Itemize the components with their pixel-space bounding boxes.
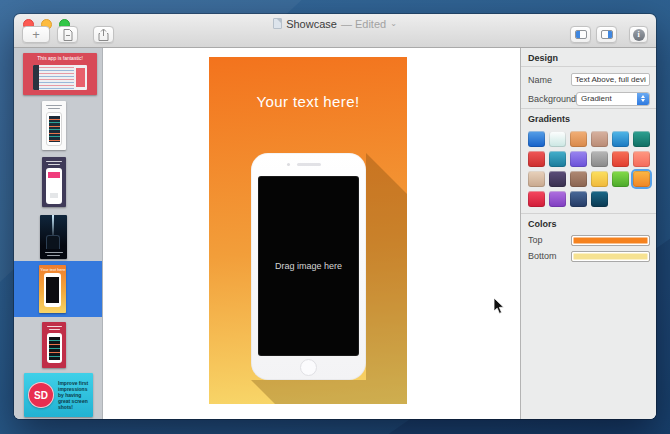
- divider: [521, 213, 656, 214]
- slide-thumbnail-6[interactable]: [42, 322, 66, 368]
- iphone-mockup: Drag image here: [251, 153, 366, 380]
- share-icon: [98, 28, 109, 41]
- design-section-header: Design: [521, 51, 656, 66]
- gradient-swatch[interactable]: [591, 131, 608, 147]
- gradient-swatch[interactable]: [612, 151, 629, 167]
- gradient-swatch[interactable]: [549, 131, 566, 147]
- slide-thumbnail-7[interactable]: SD Improve first impressions by having g…: [24, 373, 93, 417]
- speaker-slot-icon: [297, 163, 321, 166]
- name-input[interactable]: [571, 73, 650, 86]
- sidebar-view-icon: [575, 30, 587, 39]
- divider: [521, 108, 656, 109]
- inspector-view-icon: [601, 30, 613, 39]
- gradient-swatch[interactable]: [570, 131, 587, 147]
- toggle-inspector-button[interactable]: [596, 26, 617, 43]
- gradient-swatch-selected[interactable]: [633, 171, 650, 187]
- toolbar-left: +: [22, 26, 114, 43]
- mouse-cursor: [493, 297, 505, 315]
- background-row: Background Gradient: [521, 89, 656, 108]
- document-proxy-icon[interactable]: [273, 18, 282, 29]
- colors-section-header: Colors: [521, 217, 656, 232]
- gradient-swatch[interactable]: [549, 171, 566, 187]
- window-title: Showcase: [286, 18, 337, 30]
- remove-slide-button[interactable]: [57, 26, 78, 43]
- gradient-swatch[interactable]: [591, 151, 608, 167]
- gradient-swatch[interactable]: [633, 151, 650, 167]
- gradient-swatch[interactable]: [570, 151, 587, 167]
- drop-hint-label: Drag image here: [275, 261, 342, 271]
- dropdown-stepper-icon: [637, 93, 649, 105]
- slide-thumbnail-2[interactable]: [42, 101, 66, 150]
- gradient-swatch[interactable]: [612, 171, 629, 187]
- share-button[interactable]: [93, 26, 114, 43]
- top-color-label: Top: [528, 235, 543, 245]
- document-minus-icon: [63, 29, 73, 41]
- home-button-icon: [300, 359, 317, 376]
- gradient-swatch[interactable]: [612, 131, 629, 147]
- image-drop-zone[interactable]: Drag image here: [259, 177, 358, 355]
- slides-sidebar: This app is fantastic!: [14, 48, 103, 419]
- gradient-swatch[interactable]: [549, 191, 566, 207]
- bottom-color-row: Bottom: [521, 248, 656, 264]
- slide-thumbnail-5-selected[interactable]: Your text here: [39, 265, 66, 313]
- name-row: Name: [521, 70, 656, 89]
- gradient-swatch[interactable]: [528, 131, 545, 147]
- gradient-swatch[interactable]: [549, 151, 566, 167]
- editor-canvas: Your text here! Drag image here: [103, 48, 520, 419]
- plus-icon: +: [32, 28, 40, 41]
- thumbnail-caption: Improve first impressions by having grea…: [58, 380, 89, 410]
- toolbar-right: i: [570, 26, 648, 43]
- desktop-wallpaper: Showcase — Edited ⌄ +: [0, 0, 670, 434]
- background-label: Background: [528, 94, 576, 104]
- name-label: Name: [528, 75, 552, 85]
- inspector-panel: Design Name Background Gradient: [520, 48, 656, 419]
- gradient-swatch[interactable]: [570, 191, 587, 207]
- gradient-swatch[interactable]: [591, 171, 608, 187]
- gradient-swatch[interactable]: [570, 171, 587, 187]
- info-button[interactable]: i: [629, 26, 648, 43]
- sd-logo: SD: [28, 382, 54, 408]
- toggle-sidebar-button[interactable]: [570, 26, 591, 43]
- add-slide-button[interactable]: +: [22, 26, 50, 43]
- background-dropdown[interactable]: Gradient: [576, 92, 650, 106]
- poster-headline[interactable]: Your text here!: [209, 93, 407, 110]
- gradient-swatch[interactable]: [528, 191, 545, 207]
- gradients-section-header: Gradients: [521, 112, 656, 127]
- bottom-color-label: Bottom: [528, 251, 557, 261]
- thumbnail-screenshot: [33, 65, 87, 90]
- thumbnail-headline: Your text here: [40, 265, 64, 271]
- window-chrome: Showcase — Edited ⌄ +: [14, 14, 656, 48]
- showcase-window: Showcase — Edited ⌄ +: [14, 14, 656, 419]
- gradient-swatch[interactable]: [528, 151, 545, 167]
- top-color-well[interactable]: [571, 235, 650, 246]
- info-icon: i: [633, 29, 645, 41]
- bottom-color-well[interactable]: [571, 251, 650, 262]
- divider: [521, 66, 656, 67]
- design-poster[interactable]: Your text here! Drag image here: [209, 57, 407, 404]
- camera-dot-icon: [287, 163, 290, 166]
- slide-thumbnail-4[interactable]: [40, 215, 67, 259]
- window-content: This app is fantastic!: [14, 48, 656, 419]
- phone-silhouette: [46, 235, 60, 249]
- gradient-swatch[interactable]: [528, 171, 545, 187]
- gradient-swatches: [521, 127, 656, 213]
- slide-thumbnail-3[interactable]: [42, 157, 66, 207]
- thumbnail-caption: This app is fantastic!: [23, 53, 97, 62]
- title-chevron-icon[interactable]: ⌄: [390, 19, 397, 28]
- top-color-row: Top: [521, 232, 656, 248]
- gradient-swatch[interactable]: [633, 131, 650, 147]
- gradient-swatch[interactable]: [591, 191, 608, 207]
- slide-thumbnail-1[interactable]: This app is fantastic!: [23, 53, 97, 95]
- background-value: Gradient: [581, 94, 612, 103]
- edited-label: — Edited: [341, 18, 386, 30]
